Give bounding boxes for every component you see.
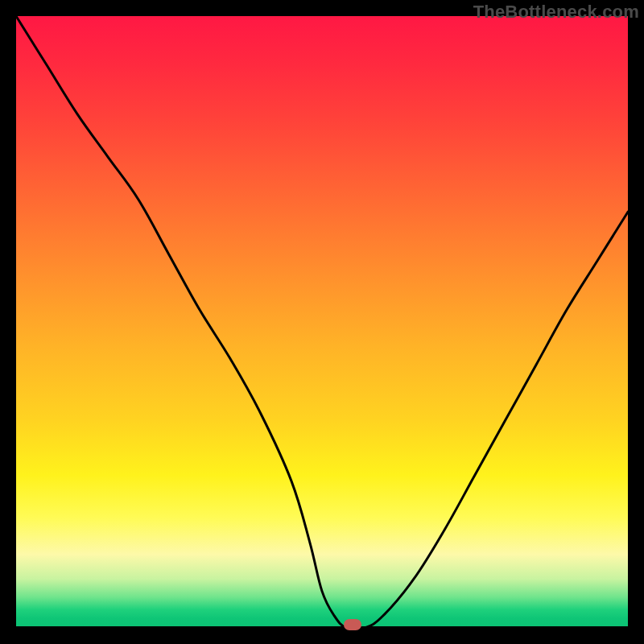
optimal-marker xyxy=(344,619,361,630)
watermark-text: TheBottleneck.com xyxy=(473,2,639,23)
chart-frame: TheBottleneck.com xyxy=(0,0,644,644)
curve-line xyxy=(16,16,628,630)
bottleneck-curve xyxy=(16,16,628,628)
